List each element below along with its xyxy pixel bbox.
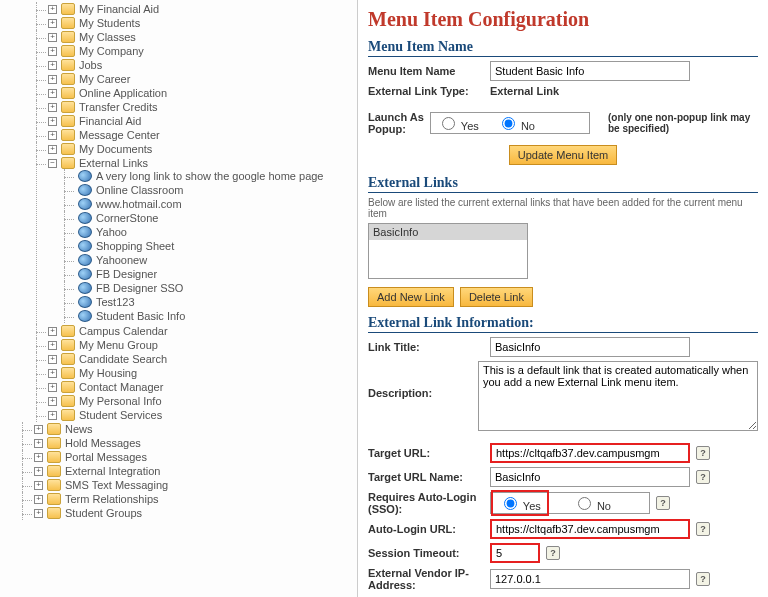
tree-node[interactable]: Test123 bbox=[78, 296, 357, 308]
description-textarea[interactable] bbox=[478, 361, 758, 431]
tree-node[interactable]: +Portal Messages bbox=[36, 451, 357, 463]
tree-node-label: My Housing bbox=[79, 367, 137, 379]
tree-node[interactable]: +Student Groups bbox=[36, 507, 357, 519]
target-url-name-label: Target URL Name: bbox=[368, 471, 490, 483]
expand-icon[interactable]: + bbox=[34, 481, 43, 490]
expand-icon[interactable]: + bbox=[48, 19, 57, 28]
folder-icon bbox=[47, 479, 61, 491]
popup-yes-option[interactable]: Yes bbox=[437, 114, 479, 132]
tree-node[interactable]: Yahoo bbox=[78, 226, 357, 238]
expand-icon[interactable]: + bbox=[34, 467, 43, 476]
collapse-icon[interactable]: − bbox=[48, 159, 57, 168]
help-icon[interactable]: ? bbox=[696, 446, 710, 460]
tree-node-label: Transfer Credits bbox=[79, 101, 157, 113]
tree-node[interactable]: +My Personal Info bbox=[50, 395, 357, 407]
tree-node[interactable]: +Contact Manager bbox=[50, 381, 357, 393]
tree-node[interactable]: +My Financial Aid bbox=[50, 3, 357, 15]
expand-icon[interactable]: + bbox=[48, 33, 57, 42]
tree-node[interactable]: +My Career bbox=[50, 73, 357, 85]
tree-node[interactable]: Student Basic Info bbox=[78, 310, 357, 322]
help-icon[interactable]: ? bbox=[696, 522, 710, 536]
tree-node[interactable]: +Message Center bbox=[50, 129, 357, 141]
expand-icon[interactable]: + bbox=[48, 355, 57, 364]
tree-node[interactable]: FB Designer SSO bbox=[78, 282, 357, 294]
help-icon[interactable]: ? bbox=[656, 496, 670, 510]
section-menu-name-title: Menu Item Name bbox=[368, 39, 758, 57]
vendor-ip-input[interactable] bbox=[490, 569, 690, 589]
ext-link-type-label: External Link Type: bbox=[368, 85, 490, 97]
tree-node[interactable]: A very long link to show the google home… bbox=[78, 170, 357, 182]
expand-icon[interactable]: + bbox=[34, 495, 43, 504]
sso-label: Requires Auto-Login (SSO): bbox=[368, 491, 490, 515]
tree-node[interactable]: +Jobs bbox=[50, 59, 357, 71]
tree-node[interactable]: +Transfer Credits bbox=[50, 101, 357, 113]
tree-node[interactable]: +Term Relationships bbox=[36, 493, 357, 505]
tree-node[interactable]: −External Links bbox=[50, 157, 357, 169]
sso-yes-option[interactable]: Yes bbox=[491, 490, 549, 516]
expand-icon[interactable]: + bbox=[48, 411, 57, 420]
expand-icon[interactable]: + bbox=[34, 439, 43, 448]
expand-icon[interactable]: + bbox=[48, 131, 57, 140]
menu-item-name-input[interactable] bbox=[490, 61, 690, 81]
expand-icon[interactable]: + bbox=[48, 89, 57, 98]
tree-node[interactable]: +Student Services bbox=[50, 409, 357, 421]
auto-login-url-input[interactable] bbox=[490, 519, 690, 539]
expand-icon[interactable]: + bbox=[48, 5, 57, 14]
help-icon[interactable]: ? bbox=[546, 546, 560, 560]
delete-link-button[interactable]: Delete Link bbox=[460, 287, 533, 307]
tree-node[interactable]: +My Students bbox=[50, 17, 357, 29]
tree-node[interactable]: +Hold Messages bbox=[36, 437, 357, 449]
tree-node[interactable]: CornerStone bbox=[78, 212, 357, 224]
page-title: Menu Item Configuration bbox=[368, 8, 758, 31]
expand-icon[interactable]: + bbox=[48, 47, 57, 56]
tree-node[interactable]: Yahoonew bbox=[78, 254, 357, 266]
tree-node[interactable]: www.hotmail.com bbox=[78, 198, 357, 210]
ext-links-item[interactable]: BasicInfo bbox=[369, 224, 527, 240]
help-icon[interactable]: ? bbox=[696, 470, 710, 484]
target-url-input[interactable] bbox=[490, 443, 690, 463]
ext-link-type-value: External Link bbox=[490, 85, 559, 97]
tree-node[interactable]: Online Classroom bbox=[78, 184, 357, 196]
expand-icon[interactable]: + bbox=[48, 327, 57, 336]
target-url-name-input[interactable] bbox=[490, 467, 690, 487]
tree-node[interactable]: +My Classes bbox=[50, 31, 357, 43]
tree-node[interactable]: +SMS Text Messaging bbox=[36, 479, 357, 491]
tree-node[interactable]: +Online Application bbox=[50, 87, 357, 99]
session-timeout-input[interactable] bbox=[490, 543, 540, 563]
expand-icon[interactable]: + bbox=[48, 341, 57, 350]
tree-node[interactable]: +External Integration bbox=[36, 465, 357, 477]
expand-icon[interactable]: + bbox=[34, 453, 43, 462]
sso-no-option[interactable]: No bbox=[567, 492, 617, 514]
expand-icon[interactable]: + bbox=[48, 103, 57, 112]
tree-node[interactable]: Shopping Sheet bbox=[78, 240, 357, 252]
launch-popup-radiogroup: Yes No bbox=[430, 112, 590, 134]
popup-no-option[interactable]: No bbox=[497, 114, 535, 132]
expand-icon[interactable]: + bbox=[34, 509, 43, 518]
expand-icon[interactable]: + bbox=[34, 425, 43, 434]
ext-links-listbox[interactable]: BasicInfo bbox=[368, 223, 528, 279]
add-new-link-button[interactable]: Add New Link bbox=[368, 287, 454, 307]
expand-icon[interactable]: + bbox=[48, 61, 57, 70]
expand-icon[interactable]: + bbox=[48, 383, 57, 392]
update-menu-item-button[interactable]: Update Menu Item bbox=[509, 145, 618, 165]
expand-icon[interactable]: + bbox=[48, 369, 57, 378]
expand-icon[interactable]: + bbox=[48, 117, 57, 126]
tree-node[interactable]: +My Company bbox=[50, 45, 357, 57]
tree-node-label: Yahoonew bbox=[96, 254, 147, 266]
tree-node[interactable]: +Campus Calendar bbox=[50, 325, 357, 337]
tree-node-label: Student Groups bbox=[65, 507, 142, 519]
tree-node-label: www.hotmail.com bbox=[96, 198, 182, 210]
tree-node[interactable]: +News bbox=[36, 423, 357, 435]
help-icon[interactable]: ? bbox=[696, 572, 710, 586]
tree-node[interactable]: +Candidate Search bbox=[50, 353, 357, 365]
expand-icon[interactable]: + bbox=[48, 75, 57, 84]
tree-node[interactable]: +My Documents bbox=[50, 143, 357, 155]
expand-icon[interactable]: + bbox=[48, 145, 57, 154]
link-title-input[interactable] bbox=[490, 337, 690, 357]
tree-node[interactable]: +Financial Aid bbox=[50, 115, 357, 127]
tree-node[interactable]: +My Housing bbox=[50, 367, 357, 379]
tree-node[interactable]: FB Designer bbox=[78, 268, 357, 280]
target-url-label: Target URL: bbox=[368, 447, 490, 459]
tree-node[interactable]: +My Menu Group bbox=[50, 339, 357, 351]
expand-icon[interactable]: + bbox=[48, 397, 57, 406]
